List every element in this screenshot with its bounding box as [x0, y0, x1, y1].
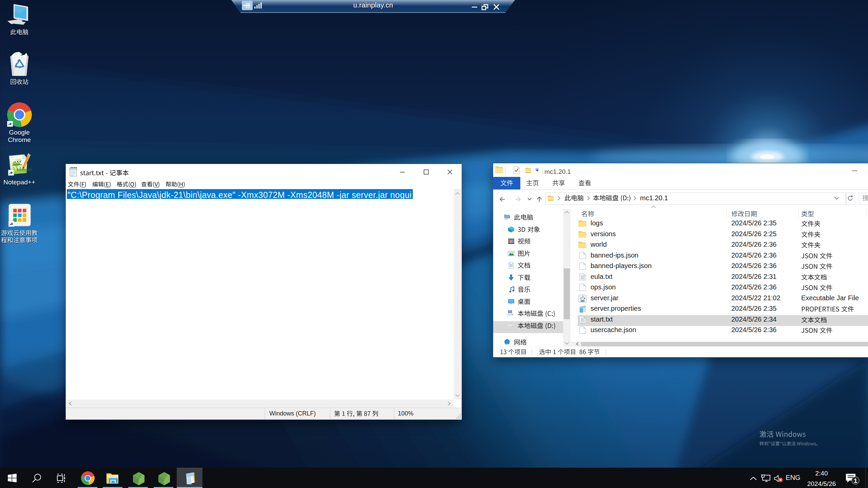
svg-text:1: 1	[854, 477, 857, 484]
